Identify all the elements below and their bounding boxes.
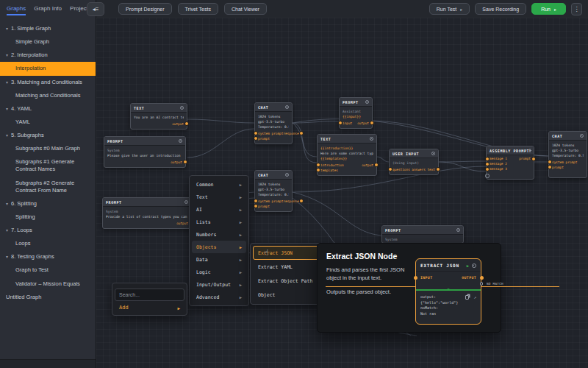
port-prompt[interactable]: prompt [258, 137, 270, 141]
menu-item-input-output[interactable]: Input/Output▶ [192, 278, 246, 291]
expand-icon[interactable]: ↗ [473, 295, 476, 300]
port-system-prompt[interactable]: system prompt [258, 199, 283, 203]
sidebar-item-2-interpolation[interactable]: ▾2. Interpolation [0, 49, 96, 62]
gear-icon[interactable] [365, 100, 369, 104]
port-message-3[interactable]: message 3 [490, 167, 507, 171]
sidebar-item-7-loops[interactable]: ▾7. Loops [0, 224, 96, 237]
copy-icon[interactable] [465, 295, 469, 300]
node-chat[interactable]: CHAT1024 tokensgpt-3.5-turboTemperature:… [548, 131, 587, 178]
node-prompt[interactable]: PROMPTSystemPlease give the user an intr… [104, 136, 186, 168]
gear-icon[interactable] [179, 139, 182, 143]
port-input[interactable]: input [343, 121, 352, 125]
sidebar-item-subgraphs-2-generate-contract-from-name[interactable]: Subgraphs #2 Generate Contract From Name [0, 177, 96, 197]
port-prompt[interactable]: prompt [552, 166, 564, 169]
graph-canvas[interactable]: TEXTYou are an AI contract template gene… [96, 18, 588, 368]
sidebar-item-5-subgraphs[interactable]: ▾5. Subgraphs [0, 129, 96, 142]
menu-item-lists[interactable]: Lists▶ [192, 216, 246, 228]
port-output[interactable]: output [176, 222, 188, 225]
port-introduction[interactable]: introduction [320, 163, 344, 167]
gear-icon[interactable] [370, 137, 373, 141]
overflow-menu-button[interactable]: ⋮ [571, 3, 582, 15]
tab-graphs[interactable]: Graphs [7, 5, 26, 15]
port-prompt[interactable]: prompt [519, 157, 531, 160]
port-message-2[interactable]: message 2 [490, 162, 507, 166]
prompt-designer-button[interactable]: Prompt Designer [118, 3, 172, 15]
sidebar-item-subgraphs-0-main-graph[interactable]: Subgraphs #0 Main Graph [0, 142, 96, 155]
sidebar-item-validator-mission-equals[interactable]: Validator – Mission Equals [0, 277, 96, 291]
node-assembly-prompt[interactable]: ASSEMBLY PROMPTmessage 1promptmessage 2m… [486, 146, 534, 180]
chat-viewer-button[interactable]: Chat Viewer [224, 3, 267, 15]
node-chat[interactable]: CHAT1024 tokensgpt-3.5-turboTemperature:… [254, 170, 293, 212]
search-input[interactable] [115, 289, 184, 301]
sidebar-item-interpolation[interactable]: Interpolation [0, 62, 96, 75]
gear-icon[interactable] [180, 106, 184, 110]
run-test-button[interactable]: Run Test▸ [429, 3, 470, 15]
gear-icon[interactable] [529, 149, 531, 152]
sidebar-item-simple-graph[interactable]: Simple Graph [0, 35, 96, 49]
port-answers-text[interactable]: answers text [412, 168, 435, 171]
submenu-item-extract-yaml[interactable]: Extract YAML [253, 260, 319, 274]
sidebar-item-yaml[interactable]: YAML [0, 116, 96, 129]
menu-item-common[interactable]: Common▶ [192, 178, 246, 191]
gear-icon[interactable] [456, 228, 460, 232]
node-chat[interactable]: CHAT1024 tokensgpt-3.5-turboTemperature:… [254, 102, 293, 144]
port-questions[interactable]: questions [392, 168, 410, 171]
trivet-tests-button[interactable]: Trivet Tests [178, 3, 218, 15]
gear-icon[interactable] [580, 134, 584, 138]
menu-item-text[interactable]: Text▶ [192, 191, 246, 203]
port-message-1[interactable]: message 1 [490, 157, 507, 160]
node-prompt[interactable]: PROMPTAssistant{{input}}inputoutput [339, 97, 373, 129]
tab-project[interactable]: Project [70, 5, 88, 15]
node-prompt[interactable]: PROMPTSystem [381, 225, 464, 244]
port-system-prompt[interactable]: system prompt [552, 160, 577, 164]
gear-icon[interactable] [285, 105, 289, 109]
port-system-prompt[interactable]: system prompt [258, 132, 283, 135]
port-output[interactable]: output [171, 160, 182, 164]
gear-icon[interactable] [285, 173, 289, 177]
chevron-right-icon: ▶ [240, 245, 242, 250]
node-text-line: 1024 tokens [552, 143, 584, 148]
node-text[interactable]: TEXTYou are an AI contract template gene… [130, 103, 187, 130]
sidebar-item-1-simple-graph[interactable]: ▾1. Simple Graph [0, 22, 96, 35]
menu-item-logic[interactable]: Logic▶ [192, 266, 246, 278]
gear-icon[interactable] [184, 200, 188, 204]
submenu-item-extract-object-path[interactable]: Extract Object Path [253, 274, 319, 288]
menu-item-data[interactable]: Data▶ [192, 253, 246, 266]
add-menu-item[interactable]: Add ▶ [115, 301, 184, 313]
submenu-item-object[interactable]: Object [253, 288, 319, 302]
port-templates[interactable]: templates [320, 169, 338, 172]
sidebar-item-matching-and-conditionals[interactable]: Matching and Conditionals [0, 89, 96, 102]
node-text[interactable]: TEXT{{introduction}}Here are some contra… [317, 134, 377, 176]
sidebar-item-3-matching-and-conditionals[interactable]: ▾3. Matching and Conditionals [0, 76, 96, 89]
node-text-line: gpt-3.5-turbo [258, 187, 289, 192]
sidebar-item-splitting[interactable]: Splitting [0, 210, 96, 224]
menu-item-objects[interactable]: Objects▶ [192, 241, 246, 253]
sidebar-item-8-testing-graphs[interactable]: ▾8. Testing Graphs [0, 250, 96, 263]
graph-list: ▾1. Simple GraphSimple Graph▾2. Interpol… [0, 19, 96, 359]
menu-item-advanced[interactable]: Advanced▶ [192, 291, 246, 303]
port-response[interactable]: response [283, 199, 298, 203]
sidebar-item-4-yaml[interactable]: ▾4. YAML [0, 102, 96, 116]
node-ports: inputoutput [340, 120, 372, 128]
sidebar-item-untitled-graph[interactable]: Untitled Graph [0, 291, 96, 304]
port-row: prompt [255, 136, 292, 141]
port-output[interactable]: output [172, 122, 184, 126]
port-prompt[interactable]: prompt [258, 205, 270, 208]
sidebar-item-loops[interactable]: Loops [0, 237, 96, 250]
node-user-input[interactable]: USER INPUT(Using input)questionsanswers … [389, 149, 439, 175]
gear-icon[interactable] [431, 152, 435, 155]
sidebar-item-graph-to-test[interactable]: Graph to Test [0, 263, 96, 277]
collapse-sidebar-button[interactable]: ◂≡ [87, 2, 104, 16]
sidebar-item-subgraphs-1-generate-contract-names[interactable]: Subgraphs #1 Generate Contract Names [0, 155, 96, 176]
save-recording-button[interactable]: Save Recording [475, 3, 526, 15]
port-output[interactable]: output [357, 121, 369, 125]
tab-graph-info[interactable]: Graph Info [34, 5, 62, 15]
node-prompt[interactable]: PROMPTSystemProvide a list of contract t… [102, 197, 192, 229]
port-response[interactable]: response [283, 132, 298, 135]
run-button[interactable]: Run▸ [531, 3, 566, 15]
menu-item-numbers[interactable]: Numbers▶ [192, 228, 246, 241]
port-output[interactable]: output [362, 163, 373, 167]
menu-item-ai[interactable]: AI▶ [192, 203, 246, 216]
submenu-item-extract-json[interactable]: Extract JSON [253, 246, 319, 260]
sidebar-item-6-splitting[interactable]: ▾6. Splitting [0, 197, 96, 210]
